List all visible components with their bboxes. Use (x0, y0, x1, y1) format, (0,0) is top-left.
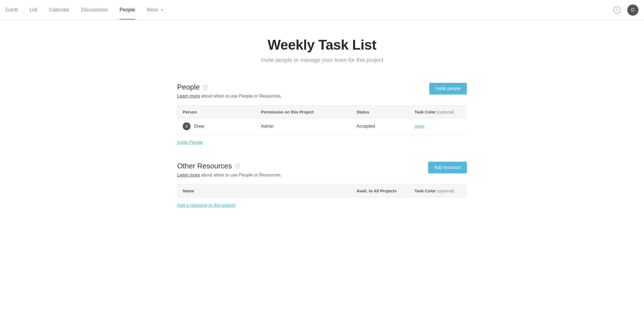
resources-hint: Learn more about when to use People or R… (177, 173, 282, 178)
col-person: Person (177, 106, 255, 118)
add-resource-button[interactable]: Add resource (428, 162, 467, 173)
people-learn-more-link[interactable]: Learn more (177, 94, 200, 98)
cell-task-color: none (409, 118, 467, 134)
tab-list[interactable]: List (30, 0, 37, 20)
people-section-title: People (177, 83, 200, 91)
resources-section: Other Resources ? Learn more about when … (177, 162, 467, 208)
task-color-link[interactable]: none (414, 124, 425, 129)
tab-more-label: More (147, 7, 158, 13)
tab-discussions[interactable]: Discussions (81, 0, 108, 20)
people-section: People ? Learn more about when to use Pe… (177, 83, 467, 145)
page-subtitle: Invite people or manage your team for th… (177, 57, 467, 63)
col-task-color: Task Color (optional) (409, 106, 467, 118)
col-name: Name (177, 185, 351, 197)
topbar-right: ? D (613, 4, 638, 16)
add-resource-link[interactable]: Add a resource to this project (177, 203, 235, 208)
tab-people[interactable]: People (119, 0, 135, 20)
col-permission: Permission on this Project (255, 106, 351, 118)
people-hint-text: about when to use People or Resources. (200, 94, 282, 98)
people-table-row: D Drew Admin Accepted none (177, 118, 467, 134)
col-avail: Avail. to All Projects (351, 185, 409, 197)
resources-help-icon[interactable]: ? (235, 164, 240, 169)
resources-table-header-row: Name Avail. to All Projects Task Color (… (177, 185, 467, 197)
col-res-task-color-label: Task Color (414, 188, 436, 193)
help-icon[interactable]: ? (613, 6, 621, 14)
col-task-color-optional: (optional) (436, 110, 454, 114)
top-navigation: Gantt List Calendar Discussions People M… (0, 0, 644, 20)
people-section-header: People ? Learn more about when to use Pe… (177, 83, 467, 99)
cell-permission: Admin (255, 118, 351, 134)
people-table: Person Permission on this Project Status… (177, 105, 467, 134)
tab-more[interactable]: More ▼ (147, 0, 164, 20)
resources-hint-text: about when to use People or Resources. (200, 173, 282, 177)
invite-people-link[interactable]: Invite People (177, 140, 203, 145)
people-table-header-row: Person Permission on this Project Status… (177, 106, 467, 118)
people-help-icon[interactable]: ? (203, 85, 208, 90)
cell-person: D Drew (177, 118, 255, 134)
col-task-color-label: Task Color (414, 110, 436, 114)
person-avatar: D (183, 122, 191, 130)
chevron-down-icon: ▼ (160, 8, 164, 12)
resources-section-header: Other Resources ? Learn more about when … (177, 162, 467, 178)
person-name: Drew (194, 124, 204, 129)
resources-learn-more-link[interactable]: Learn more (177, 173, 200, 177)
people-hint: Learn more about when to use People or R… (177, 94, 282, 99)
page-title: Weekly Task List (177, 37, 467, 53)
cell-status: Accepted (351, 118, 409, 134)
col-status: Status (351, 106, 409, 118)
tab-calendar[interactable]: Calendar (49, 0, 69, 20)
tab-gantt[interactable]: Gantt (6, 0, 18, 20)
nav-tabs: Gantt List Calendar Discussions People M… (6, 0, 164, 20)
resources-section-title: Other Resources (177, 162, 232, 170)
main-content: Weekly Task List Invite people or manage… (177, 20, 467, 236)
invite-people-button[interactable]: Invite people (429, 83, 467, 95)
resources-table: Name Avail. to All Projects Task Color (… (177, 184, 467, 197)
col-res-task-color: Task Color (optional) (409, 185, 467, 197)
col-res-task-color-optional: (optional) (436, 188, 454, 193)
user-avatar[interactable]: D (627, 4, 638, 16)
